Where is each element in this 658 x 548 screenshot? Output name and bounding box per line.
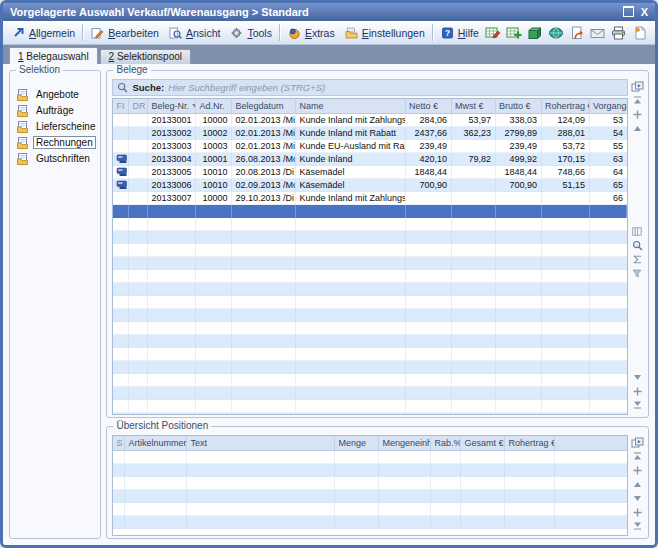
app-window: Vorgelagerte Auswahl Verkauf/Warenausgan… bbox=[0, 0, 658, 548]
column-header-rab-[interactable]: Rab.% bbox=[431, 436, 461, 450]
cell-empty bbox=[125, 490, 187, 503]
column-header-blank[interactable] bbox=[555, 436, 627, 450]
search-icon[interactable] bbox=[631, 240, 644, 252]
table-row[interactable] bbox=[113, 451, 627, 464]
table-edit-icon[interactable] bbox=[485, 25, 501, 40]
globe-icon[interactable] bbox=[548, 25, 564, 40]
menu-item-extras[interactable]: Extras bbox=[283, 25, 340, 41]
column-header-fi[interactable]: FI bbox=[113, 99, 129, 113]
table-add-icon[interactable] bbox=[506, 25, 522, 40]
column-header-rohertrag-[interactable]: Rohertrag € bbox=[542, 99, 590, 113]
menu-item-allgemein[interactable]: Allgemein bbox=[8, 25, 80, 41]
sum-icon[interactable] bbox=[631, 254, 644, 266]
column-header-vorgang[interactable]: Vorgang bbox=[590, 99, 627, 113]
restore-button[interactable] bbox=[623, 3, 634, 21]
column-header-mengeneinheit[interactable]: Mengeneinheit bbox=[379, 436, 431, 450]
table-row-selected[interactable] bbox=[113, 205, 627, 218]
table-row[interactable]: 201330031000302.01.2013 /MiKunde EU-Ausl… bbox=[113, 140, 627, 153]
column-header-artikelnummer[interactable]: Artikelnummer bbox=[125, 436, 187, 450]
table-row[interactable]: 201330051001020.08.2013 /DiKäsemädel1848… bbox=[113, 166, 627, 179]
table-row[interactable]: 201330021000202.01.2013 /MiKunde Inland … bbox=[113, 127, 627, 140]
table-row[interactable] bbox=[113, 503, 627, 516]
table-row[interactable] bbox=[113, 231, 627, 244]
sidebar-item-gutschriften[interactable]: Gutschriften bbox=[16, 152, 98, 165]
column-header-rohertrag-[interactable]: Rohertrag € bbox=[505, 436, 555, 450]
positionen-table-header[interactable]: SArtikelnummerTextMengeMengeneinheitRab.… bbox=[113, 436, 627, 451]
tab-2-selektionspool[interactable]: 2 Selektionspool bbox=[100, 49, 191, 64]
column-header-brutto-[interactable]: Brutto € bbox=[496, 99, 542, 113]
table-row[interactable] bbox=[113, 400, 627, 413]
search-input[interactable] bbox=[168, 82, 623, 93]
table-row[interactable] bbox=[113, 464, 627, 477]
menu-item-hilfe[interactable]: ?Hilfe bbox=[436, 25, 484, 41]
table-row[interactable]: 201330011000002.01.2013 /MiKunde Inland … bbox=[113, 114, 627, 127]
belege-table-header[interactable]: FIDRBeleg-Nr.Ad.Nr.BelegdatumNameNetto €… bbox=[113, 99, 627, 114]
nav-up-icon[interactable] bbox=[631, 464, 644, 476]
table-row[interactable] bbox=[113, 257, 627, 270]
scroll-up-icon[interactable] bbox=[631, 478, 644, 490]
table-row[interactable] bbox=[113, 283, 627, 296]
sidebar-item-rechnungen[interactable]: Rechnungen bbox=[16, 136, 98, 149]
scroll-first-icon[interactable] bbox=[631, 94, 644, 106]
export-icon[interactable] bbox=[569, 25, 585, 40]
table-row[interactable] bbox=[113, 387, 627, 400]
column-header-mwst-[interactable]: Mwst € bbox=[452, 99, 496, 113]
table-row[interactable] bbox=[113, 270, 627, 283]
card-view-icon[interactable] bbox=[631, 226, 644, 238]
table-row[interactable]: 201330041000126.08.2013 /MoKunde Inland4… bbox=[113, 153, 627, 166]
table-row[interactable] bbox=[113, 309, 627, 322]
column-header-ad-nr-[interactable]: Ad.Nr. bbox=[196, 99, 232, 113]
sidebar-item-lieferscheine[interactable]: Lieferscheine bbox=[16, 120, 98, 133]
email-icon[interactable] bbox=[590, 25, 606, 40]
nav-down-icon[interactable] bbox=[631, 385, 644, 397]
scroll-down-icon[interactable] bbox=[631, 371, 644, 383]
column-header-s[interactable]: S bbox=[113, 436, 125, 450]
sidebar-item-angebote[interactable]: Angebote bbox=[16, 88, 98, 101]
column-header-belegdatum[interactable]: Belegdatum bbox=[232, 99, 296, 113]
column-header-netto-[interactable]: Netto € bbox=[406, 99, 452, 113]
cell-empty bbox=[296, 270, 406, 283]
scroll-down-icon[interactable] bbox=[631, 492, 644, 504]
column-header-dr[interactable]: DR bbox=[129, 99, 148, 113]
nav-down-icon[interactable] bbox=[631, 506, 644, 518]
new-document-icon[interactable] bbox=[632, 25, 648, 40]
column-header-menge[interactable]: Menge bbox=[335, 436, 379, 450]
table-row[interactable] bbox=[113, 516, 627, 529]
close-button[interactable]: X bbox=[641, 7, 648, 17]
package-icon[interactable] bbox=[527, 25, 543, 40]
table-row[interactable]: 201330071000029.10.2013 /DiKunde Inland … bbox=[113, 192, 627, 205]
nav-up-icon[interactable] bbox=[631, 108, 644, 120]
table-row[interactable] bbox=[113, 348, 627, 361]
cell-netto: 420,10 bbox=[406, 153, 452, 166]
scroll-up-icon[interactable] bbox=[631, 122, 644, 134]
column-header-beleg-nr-[interactable]: Beleg-Nr. bbox=[148, 99, 196, 113]
table-row[interactable] bbox=[113, 218, 627, 231]
menu-item-einstellungen[interactable]: Einstellungen bbox=[340, 25, 430, 41]
menu-item-ansicht[interactable]: Ansicht bbox=[164, 25, 225, 41]
table-row[interactable]: 201330061001002.09.2013 /MoKäsemädel700,… bbox=[113, 179, 627, 192]
scroll-last-icon[interactable] bbox=[631, 520, 644, 532]
menu-item-tools[interactable]: Tools bbox=[225, 25, 277, 41]
table-row[interactable] bbox=[113, 322, 627, 335]
column-chooser-icon[interactable] bbox=[631, 80, 644, 92]
cell-netto: 700,90 bbox=[406, 179, 452, 192]
scroll-first-icon[interactable] bbox=[631, 450, 644, 462]
table-row[interactable] bbox=[113, 490, 627, 503]
column-chooser-icon[interactable] bbox=[631, 436, 644, 448]
column-header-gesamt-[interactable]: Gesamt € bbox=[461, 436, 505, 450]
table-row[interactable] bbox=[113, 477, 627, 490]
filter-icon[interactable] bbox=[631, 268, 644, 280]
table-row[interactable] bbox=[113, 296, 627, 309]
table-row[interactable] bbox=[113, 335, 627, 348]
sidebar-item-aufträge[interactable]: Aufträge bbox=[16, 104, 98, 117]
menu-item-bearbeiten[interactable]: Bearbeiten bbox=[86, 25, 164, 41]
print-icon[interactable] bbox=[611, 25, 627, 40]
table-row[interactable] bbox=[113, 361, 627, 374]
scroll-last-icon[interactable] bbox=[631, 399, 644, 411]
table-row[interactable] bbox=[113, 244, 627, 257]
table-row[interactable] bbox=[113, 413, 627, 414]
table-row[interactable] bbox=[113, 374, 627, 387]
column-header-name[interactable]: Name bbox=[296, 99, 406, 113]
column-header-text[interactable]: Text bbox=[187, 436, 335, 450]
tab-1-belegauswahl[interactable]: 1 Belegauswahl bbox=[9, 47, 98, 64]
